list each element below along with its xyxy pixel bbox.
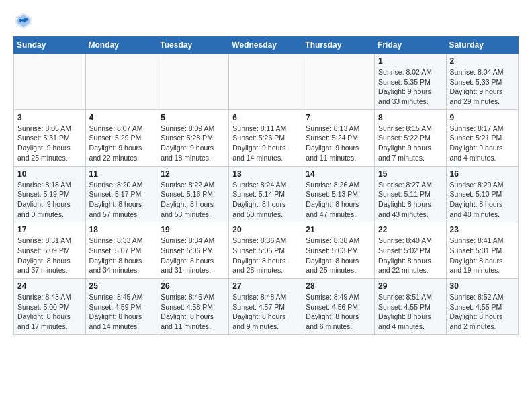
day-info: Sunrise: 8:38 AM Sunset: 5:03 PM Dayligh… [306, 236, 371, 275]
day-number: 12 [161, 169, 225, 179]
day-number: 14 [306, 169, 371, 179]
calendar-cell: 25Sunrise: 8:45 AM Sunset: 4:59 PM Dayli… [85, 279, 157, 335]
day-info: Sunrise: 8:04 AM Sunset: 5:33 PM Dayligh… [450, 67, 515, 107]
day-number: 9 [450, 113, 515, 122]
day-number: 28 [306, 281, 371, 291]
weekday-header-tuesday: Tuesday [157, 37, 229, 54]
day-number: 3 [17, 113, 82, 122]
page: SundayMondayTuesdayWednesdayThursdayFrid… [0, 0, 532, 346]
calendar-cell: 19Sunrise: 8:34 AM Sunset: 5:06 PM Dayli… [157, 222, 229, 279]
day-number: 6 [232, 113, 298, 122]
calendar-cell: 9Sunrise: 8:17 AM Sunset: 5:21 PM Daylig… [446, 109, 518, 166]
week-row-3: 10Sunrise: 8:18 AM Sunset: 5:19 PM Dayli… [14, 166, 519, 222]
weekday-header-wednesday: Wednesday [229, 37, 302, 54]
day-number: 17 [17, 225, 82, 234]
weekday-header-thursday: Thursday [302, 37, 375, 54]
day-number: 22 [378, 225, 443, 234]
calendar-cell: 26Sunrise: 8:46 AM Sunset: 4:58 PM Dayli… [157, 279, 229, 335]
day-number: 11 [89, 169, 154, 179]
weekday-header-monday: Monday [85, 37, 157, 54]
day-number: 21 [306, 225, 371, 234]
calendar-cell: 4Sunrise: 8:07 AM Sunset: 5:29 PM Daylig… [85, 109, 157, 166]
day-info: Sunrise: 8:27 AM Sunset: 5:11 PM Dayligh… [378, 180, 443, 220]
day-info: Sunrise: 8:31 AM Sunset: 5:09 PM Dayligh… [17, 236, 82, 275]
day-number: 13 [232, 169, 298, 179]
day-info: Sunrise: 8:26 AM Sunset: 5:13 PM Dayligh… [306, 180, 371, 220]
day-number: 29 [378, 281, 443, 291]
calendar-table: SundayMondayTuesdayWednesdayThursdayFrid… [13, 36, 519, 335]
calendar-cell: 22Sunrise: 8:40 AM Sunset: 5:02 PM Dayli… [375, 222, 447, 279]
day-info: Sunrise: 8:49 AM Sunset: 4:56 PM Dayligh… [306, 292, 371, 332]
day-info: Sunrise: 8:17 AM Sunset: 5:21 PM Dayligh… [450, 124, 515, 163]
day-number: 18 [89, 225, 154, 234]
svg-point-2 [19, 19, 22, 23]
calendar-cell: 7Sunrise: 8:13 AM Sunset: 5:24 PM Daylig… [302, 109, 375, 166]
day-number: 20 [232, 225, 298, 234]
calendar-cell: 8Sunrise: 8:15 AM Sunset: 5:22 PM Daylig… [375, 109, 447, 166]
calendar-cell: 21Sunrise: 8:38 AM Sunset: 5:03 PM Dayli… [302, 222, 375, 279]
day-number: 27 [232, 281, 298, 291]
day-number: 23 [450, 225, 515, 234]
calendar-cell: 1Sunrise: 8:02 AM Sunset: 5:35 PM Daylig… [375, 54, 447, 110]
day-info: Sunrise: 8:11 AM Sunset: 5:26 PM Dayligh… [232, 124, 298, 163]
day-info: Sunrise: 8:40 AM Sunset: 5:02 PM Dayligh… [378, 236, 443, 275]
calendar-cell: 13Sunrise: 8:24 AM Sunset: 5:14 PM Dayli… [229, 166, 302, 222]
calendar-cell [157, 54, 229, 110]
day-info: Sunrise: 8:48 AM Sunset: 4:57 PM Dayligh… [232, 292, 298, 332]
day-number: 5 [161, 113, 225, 122]
calendar-cell [302, 54, 375, 110]
calendar-cell: 14Sunrise: 8:26 AM Sunset: 5:13 PM Dayli… [302, 166, 375, 222]
day-number: 2 [450, 56, 515, 66]
day-number: 30 [450, 281, 515, 291]
calendar-cell: 28Sunrise: 8:49 AM Sunset: 4:56 PM Dayli… [302, 279, 375, 335]
logo-icon [13, 11, 34, 31]
day-info: Sunrise: 8:33 AM Sunset: 5:07 PM Dayligh… [89, 236, 154, 275]
day-info: Sunrise: 8:45 AM Sunset: 4:59 PM Dayligh… [89, 292, 154, 332]
calendar-cell [229, 54, 302, 110]
header [13, 11, 519, 31]
day-number: 19 [161, 225, 225, 234]
calendar-cell: 17Sunrise: 8:31 AM Sunset: 5:09 PM Dayli… [14, 222, 86, 279]
day-info: Sunrise: 8:05 AM Sunset: 5:31 PM Dayligh… [17, 124, 82, 163]
calendar-cell [85, 54, 157, 110]
calendar-cell: 30Sunrise: 8:52 AM Sunset: 4:55 PM Dayli… [446, 279, 518, 335]
weekday-header-sunday: Sunday [14, 37, 86, 54]
day-number: 16 [450, 169, 515, 179]
weekday-header-friday: Friday [375, 37, 447, 54]
day-info: Sunrise: 8:13 AM Sunset: 5:24 PM Dayligh… [306, 124, 371, 163]
calendar-cell [14, 54, 86, 110]
day-info: Sunrise: 8:02 AM Sunset: 5:35 PM Dayligh… [378, 67, 443, 107]
day-number: 7 [306, 113, 371, 122]
day-number: 1 [378, 56, 443, 66]
day-info: Sunrise: 8:24 AM Sunset: 5:14 PM Dayligh… [232, 180, 298, 220]
calendar-cell: 12Sunrise: 8:22 AM Sunset: 5:16 PM Dayli… [157, 166, 229, 222]
day-info: Sunrise: 8:36 AM Sunset: 5:05 PM Dayligh… [232, 236, 298, 275]
logo [13, 11, 38, 31]
day-info: Sunrise: 8:22 AM Sunset: 5:16 PM Dayligh… [161, 180, 225, 220]
calendar-cell: 3Sunrise: 8:05 AM Sunset: 5:31 PM Daylig… [14, 109, 86, 166]
day-info: Sunrise: 8:34 AM Sunset: 5:06 PM Dayligh… [161, 236, 225, 275]
day-number: 15 [378, 169, 443, 179]
calendar-cell: 18Sunrise: 8:33 AM Sunset: 5:07 PM Dayli… [85, 222, 157, 279]
calendar-cell: 23Sunrise: 8:41 AM Sunset: 5:01 PM Dayli… [446, 222, 518, 279]
day-info: Sunrise: 8:43 AM Sunset: 5:00 PM Dayligh… [17, 292, 82, 332]
day-info: Sunrise: 8:09 AM Sunset: 5:28 PM Dayligh… [161, 124, 225, 163]
calendar-cell: 6Sunrise: 8:11 AM Sunset: 5:26 PM Daylig… [229, 109, 302, 166]
calendar-cell: 11Sunrise: 8:20 AM Sunset: 5:17 PM Dayli… [85, 166, 157, 222]
day-info: Sunrise: 8:07 AM Sunset: 5:29 PM Dayligh… [89, 124, 154, 163]
week-row-4: 17Sunrise: 8:31 AM Sunset: 5:09 PM Dayli… [14, 222, 519, 279]
day-info: Sunrise: 8:29 AM Sunset: 5:10 PM Dayligh… [450, 180, 515, 220]
day-number: 25 [89, 281, 154, 291]
calendar-cell: 27Sunrise: 8:48 AM Sunset: 4:57 PM Dayli… [229, 279, 302, 335]
calendar-cell: 29Sunrise: 8:51 AM Sunset: 4:55 PM Dayli… [375, 279, 447, 335]
week-row-2: 3Sunrise: 8:05 AM Sunset: 5:31 PM Daylig… [14, 109, 519, 166]
day-number: 4 [89, 113, 154, 122]
week-row-1: 1Sunrise: 8:02 AM Sunset: 5:35 PM Daylig… [14, 54, 519, 110]
calendar-cell: 24Sunrise: 8:43 AM Sunset: 5:00 PM Dayli… [14, 279, 86, 335]
calendar-cell: 20Sunrise: 8:36 AM Sunset: 5:05 PM Dayli… [229, 222, 302, 279]
day-info: Sunrise: 8:46 AM Sunset: 4:58 PM Dayligh… [161, 292, 225, 332]
day-number: 24 [17, 281, 82, 291]
calendar-cell: 5Sunrise: 8:09 AM Sunset: 5:28 PM Daylig… [157, 109, 229, 166]
weekday-header-saturday: Saturday [446, 37, 518, 54]
day-info: Sunrise: 8:52 AM Sunset: 4:55 PM Dayligh… [450, 292, 515, 332]
